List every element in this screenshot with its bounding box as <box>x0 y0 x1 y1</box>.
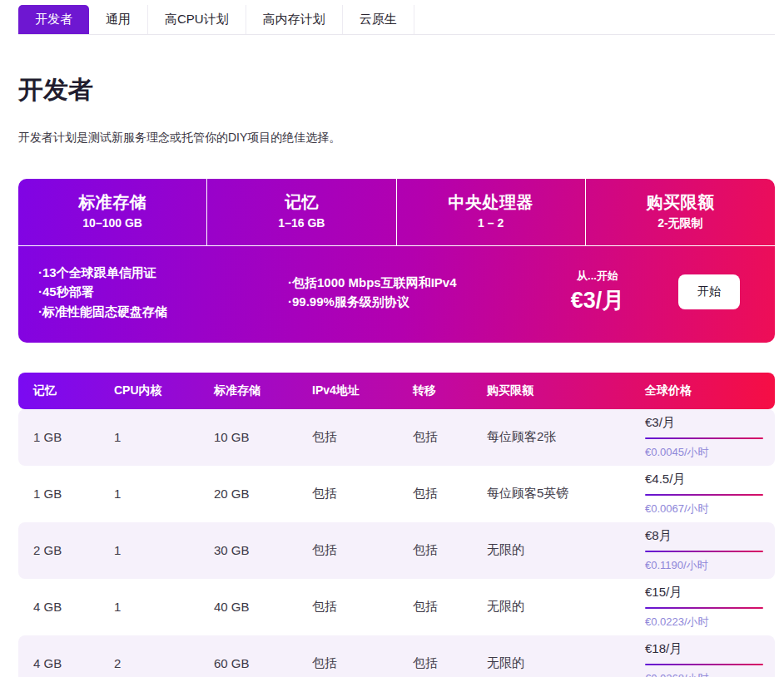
cell-transfer: 包括 <box>398 542 472 558</box>
header-purchase-limit: 购买限额 <box>472 383 630 398</box>
spec-purchase-limit-label: 购买限额 <box>586 192 775 212</box>
spec-cpu: 中央处理器 1 – 2 <box>397 179 586 245</box>
spec-storage-value: 10–100 GB <box>18 215 206 230</box>
spec-storage: 标准存储 10–100 GB <box>18 179 207 245</box>
cell-cpu: 1 <box>99 543 199 557</box>
get-started-button[interactable]: 开始 <box>678 274 740 309</box>
tab-developer[interactable]: 开发者 <box>18 5 89 34</box>
table-row: 1 GB 1 20 GB 包括 包括 每位顾客5英镑 €4.5/月 €0.006… <box>18 466 775 522</box>
table-row: 4 GB 2 60 GB 包括 包括 无限的 €18/月 €0.0268/小时 <box>18 635 775 677</box>
cell-ipv4: 包括 <box>297 655 398 671</box>
cell-cpu: 2 <box>99 656 199 670</box>
cell-memory: 1 GB <box>18 487 99 501</box>
header-transfer: 转移 <box>398 383 472 398</box>
spec-memory: 记忆 1–16 GB <box>207 179 396 245</box>
price-prefix: 从...开始 <box>525 269 670 284</box>
hourly-price: €0.0223/小时 <box>645 615 763 630</box>
header-memory: 记忆 <box>18 383 99 398</box>
page-title: 开发者 <box>18 73 775 107</box>
pricing-table: 记忆 CPU内核 标准存储 IPv4地址 转移 购买限额 全球价格 1 GB 1… <box>18 373 775 677</box>
hourly-price: €0.0067/小时 <box>645 502 763 516</box>
tab-high-memory[interactable]: 高内存计划 <box>246 5 343 34</box>
tab-high-cpu[interactable]: 高CPU计划 <box>148 5 246 34</box>
cell-ipv4: 包括 <box>297 542 398 558</box>
plan-banner: 标准存储 10–100 GB 记忆 1–16 GB 中央处理器 1 – 2 购买… <box>18 179 775 343</box>
cell-storage: 40 GB <box>199 600 297 614</box>
monthly-price: €18/月 <box>645 641 763 664</box>
monthly-price: €15/月 <box>645 585 763 607</box>
spec-memory-value: 1–16 GB <box>207 215 395 230</box>
cell-global-price: €8月 €0.1190/小时 <box>630 528 775 573</box>
monthly-price: €4.5/月 <box>645 472 763 494</box>
header-cpu: CPU内核 <box>99 383 199 398</box>
price-divider <box>645 494 763 496</box>
page-content: 开发者 通用 高CPU计划 高内存计划 云原生 开发者 开发者计划是测试新服务理… <box>18 5 775 677</box>
plan-banner-details: ·13个全球跟单信用证 ·45秒部署 ·标准性能固态硬盘存储 ·包括1000 M… <box>18 246 775 343</box>
cell-memory: 1 GB <box>18 430 99 444</box>
cell-purchase-limit: 无限的 <box>472 599 630 615</box>
plan-tabs: 开发者 通用 高CPU计划 高内存计划 云原生 <box>18 5 775 35</box>
feature-item: ·包括1000 Mbps互联网和IPv4 <box>288 273 525 292</box>
cell-transfer: 包括 <box>398 599 472 615</box>
feature-item: ·45秒部署 <box>38 282 288 301</box>
cell-purchase-limit: 无限的 <box>472 655 630 671</box>
spec-purchase-limit: 购买限额 2-无限制 <box>586 179 775 245</box>
price-divider <box>645 551 763 552</box>
cell-purchase-limit: 每位顾客5英镑 <box>472 486 630 502</box>
cell-cpu: 1 <box>99 600 199 614</box>
tab-cloud-native[interactable]: 云原生 <box>343 5 414 34</box>
table-row: 2 GB 1 30 GB 包括 包括 无限的 €8月 €0.1190/小时 <box>18 522 775 579</box>
monthly-price: €3/月 <box>645 415 763 437</box>
cell-storage: 10 GB <box>199 430 297 444</box>
cell-global-price: €3/月 €0.0045/小时 <box>630 415 775 460</box>
cell-cpu: 1 <box>99 430 199 444</box>
header-global-price: 全球价格 <box>630 383 775 398</box>
cell-memory: 4 GB <box>18 600 99 614</box>
spec-cpu-label: 中央处理器 <box>397 192 585 212</box>
price-divider <box>645 607 763 609</box>
cell-storage: 20 GB <box>199 487 297 501</box>
cell-purchase-limit: 无限的 <box>472 542 630 558</box>
price-divider <box>645 664 763 665</box>
price-divider <box>645 437 763 439</box>
table-row: 1 GB 1 10 GB 包括 包括 每位顾客2张 €3/月 €0.0045/小… <box>18 409 775 466</box>
cell-purchase-limit: 每位顾客2张 <box>472 429 630 445</box>
cell-memory: 4 GB <box>18 656 99 670</box>
table-row: 4 GB 1 40 GB 包括 包括 无限的 €15/月 €0.0223/小时 <box>18 579 775 635</box>
cell-ipv4: 包括 <box>297 486 398 502</box>
spec-cpu-value: 1 – 2 <box>397 215 585 230</box>
starting-price: 从...开始 €3/月 <box>525 269 670 315</box>
hourly-price: €0.1190/小时 <box>645 558 763 573</box>
price-amount: €3/月 <box>525 285 670 315</box>
hourly-price: €0.0268/小时 <box>645 671 763 677</box>
tab-general[interactable]: 通用 <box>89 5 148 34</box>
cell-ipv4: 包括 <box>297 429 398 445</box>
plan-specs: 标准存储 10–100 GB 记忆 1–16 GB 中央处理器 1 – 2 购买… <box>18 179 775 246</box>
cell-transfer: 包括 <box>398 655 472 671</box>
feature-item: ·13个全球跟单信用证 <box>38 263 288 282</box>
cell-storage: 30 GB <box>199 543 297 557</box>
cell-ipv4: 包括 <box>297 599 398 615</box>
cell-transfer: 包括 <box>398 429 472 445</box>
cell-memory: 2 GB <box>18 543 99 557</box>
hourly-price: €0.0045/小时 <box>645 445 763 460</box>
spec-storage-label: 标准存储 <box>18 192 206 212</box>
spec-purchase-limit-value: 2-无限制 <box>586 215 775 230</box>
header-storage: 标准存储 <box>199 383 297 398</box>
cell-global-price: €15/月 €0.0223/小时 <box>630 585 775 630</box>
header-ipv4: IPv4地址 <box>297 383 398 398</box>
feature-item: ·99.99%服务级别协议 <box>288 292 525 311</box>
spec-memory-label: 记忆 <box>207 192 395 212</box>
monthly-price: €8月 <box>645 528 763 551</box>
cell-global-price: €18/月 €0.0268/小时 <box>630 641 775 677</box>
cell-global-price: €4.5/月 €0.0067/小时 <box>630 472 775 516</box>
cell-storage: 60 GB <box>199 656 297 670</box>
table-header: 记忆 CPU内核 标准存储 IPv4地址 转移 购买限额 全球价格 <box>18 373 775 409</box>
cell-cpu: 1 <box>99 487 199 501</box>
feature-list-right: ·包括1000 Mbps互联网和IPv4 ·99.99%服务级别协议 <box>288 273 525 312</box>
cell-transfer: 包括 <box>398 486 472 502</box>
feature-list-left: ·13个全球跟单信用证 ·45秒部署 ·标准性能固态硬盘存储 <box>38 263 288 321</box>
page-description: 开发者计划是测试新服务理念或托管你的DIY项目的绝佳选择。 <box>18 131 775 146</box>
feature-item: ·标准性能固态硬盘存储 <box>38 302 288 321</box>
